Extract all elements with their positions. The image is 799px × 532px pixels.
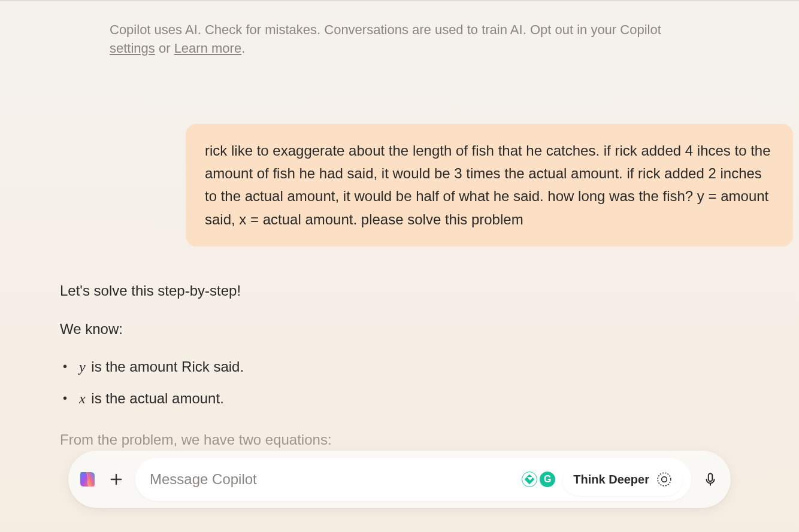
bullet-content: x is the actual amount. [79, 387, 224, 410]
settings-link[interactable]: settings [110, 41, 155, 56]
learn-more-link[interactable]: Learn more [174, 41, 242, 56]
grammarly-icon[interactable]: G [540, 472, 555, 487]
svg-point-0 [658, 473, 671, 486]
input-field-wrapper: G Think Deeper [135, 458, 691, 501]
disclaimer-middle: or [155, 41, 174, 56]
think-deeper-button[interactable]: Think Deeper [562, 463, 683, 496]
top-border [0, 0, 799, 1]
bullet-content: y is the amount Rick said. [79, 355, 244, 378]
bullet-text-0: is the amount Rick said. [87, 358, 244, 375]
assistant-bullets: • y is the amount Rick said. • x is the … [60, 355, 739, 411]
list-item: • y is the amount Rick said. [63, 355, 739, 378]
input-bar-wrapper: G Think Deeper [68, 451, 731, 508]
user-message-bubble: rick like to exaggerate about the length… [186, 124, 793, 247]
bullet-icon: • [63, 355, 67, 377]
disclaimer-suffix: . [241, 41, 245, 56]
list-item: • x is the actual amount. [63, 387, 739, 410]
math-variable-x: x [79, 391, 86, 406]
add-button[interactable] [105, 469, 127, 490]
extension-icon-diamond[interactable] [522, 472, 537, 487]
message-input[interactable] [150, 471, 522, 488]
assistant-intro: Let's solve this step-by-step! [60, 279, 739, 302]
assistant-we-know: We know: [60, 318, 739, 341]
bullet-text-1: is the actual amount. [87, 390, 224, 406]
microphone-button[interactable] [700, 469, 721, 490]
bullet-icon: • [63, 387, 67, 409]
microphone-icon [703, 472, 718, 487]
sparkle-icon [656, 472, 672, 487]
disclaimer-text: Copilot uses AI. Check for mistakes. Con… [60, 21, 739, 58]
think-deeper-label: Think Deeper [573, 473, 649, 487]
svg-point-1 [662, 477, 667, 482]
disclaimer-prefix: Copilot uses AI. Check for mistakes. Con… [110, 22, 661, 37]
copilot-logo-icon [78, 470, 97, 489]
plus-icon [108, 471, 125, 488]
extension-icons: G [522, 472, 555, 487]
assistant-response: Let's solve this step-by-step! We know: … [60, 279, 739, 451]
input-bar: G Think Deeper [68, 451, 731, 508]
math-variable-y: y [79, 359, 86, 375]
svg-rect-2 [709, 473, 713, 481]
assistant-equations-intro: From the problem, we have two equations: [60, 428, 739, 451]
user-message-text: rick like to exaggerate about the length… [205, 142, 771, 227]
